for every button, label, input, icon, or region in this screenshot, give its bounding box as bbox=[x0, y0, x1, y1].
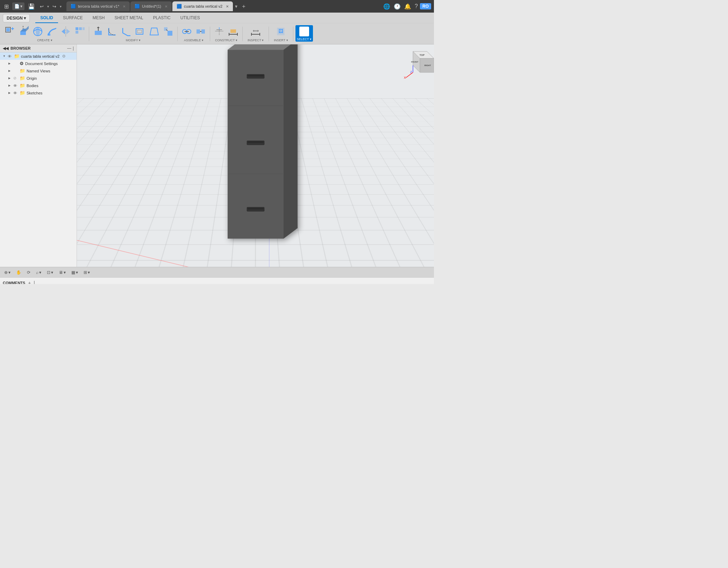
tab-utilities[interactable]: UTILITIES bbox=[176, 13, 205, 23]
tree-item-doc-settings[interactable]: ▶ 👁 ⚙ Document Settings bbox=[6, 60, 77, 67]
tab-overflow-button[interactable]: ▾ bbox=[235, 3, 237, 9]
pattern-tool[interactable] bbox=[73, 25, 87, 38]
browser-header: ◀◀ BROWSER — | bbox=[0, 44, 77, 52]
rigid-group-tool[interactable] bbox=[194, 25, 208, 38]
new-tab-button[interactable]: ＋ bbox=[240, 1, 248, 12]
construct-label[interactable]: CONSTRUCT ▾ bbox=[212, 38, 240, 43]
insert-tool[interactable]: 🖼 bbox=[274, 25, 288, 38]
effects-dropdown[interactable]: ▾ bbox=[76, 270, 78, 275]
tab-close-button[interactable]: ✕ bbox=[226, 5, 229, 8]
assemble-label[interactable]: ASSEMBLE ▾ bbox=[181, 38, 206, 43]
tab-plastic[interactable]: PLASTIC bbox=[148, 13, 176, 23]
create-label[interactable]: CREATE ▾ bbox=[34, 38, 55, 43]
tree-item-bodies[interactable]: ▶ 👁 📁 Bodies bbox=[6, 82, 77, 89]
globe-icon[interactable]: 🌐 bbox=[383, 3, 390, 10]
svg-text:🖼: 🖼 bbox=[278, 28, 283, 34]
undo-button[interactable]: ↩ bbox=[38, 2, 45, 10]
tree-label-sketches: Sketches bbox=[27, 91, 42, 95]
select-tool[interactable]: SELECT ▾ bbox=[295, 25, 313, 42]
tab-untitled[interactable]: 🟦 Untitled*(1) ✕ bbox=[130, 1, 172, 11]
user-avatar[interactable]: RO bbox=[420, 3, 431, 9]
grid-dropdown[interactable]: ▾ bbox=[88, 270, 90, 275]
tab-close-button[interactable]: ✕ bbox=[165, 5, 167, 8]
browser-collapse-button[interactable]: — bbox=[67, 46, 71, 51]
eye-icon[interactable]: 👁 bbox=[8, 54, 13, 58]
zoom-dropdown[interactable]: ▾ bbox=[39, 270, 41, 275]
extrude-tool[interactable] bbox=[17, 25, 31, 38]
tree-arrow[interactable]: ▶ bbox=[8, 91, 12, 94]
eye-icon[interactable]: 👁 bbox=[13, 84, 18, 88]
shell-tool[interactable] bbox=[133, 25, 147, 38]
insert-group: 🖼 INSERT ▾ bbox=[271, 25, 291, 43]
eye-slash-icon[interactable]: ⊘ bbox=[13, 76, 18, 80]
tab-sheet-metal[interactable]: SHEET METAL bbox=[109, 13, 148, 23]
tab-tercera[interactable]: 🟦 tercera tabla vertical v1* ✕ bbox=[66, 1, 130, 11]
revolve-tool[interactable] bbox=[31, 25, 45, 38]
move-tool-bottom[interactable]: ⊕ ▾ bbox=[3, 269, 12, 276]
inspect-tool[interactable]: ⟺ bbox=[249, 25, 263, 38]
tree-label-root: cuarta tabla vertical v2 bbox=[21, 54, 59, 58]
display-dropdown[interactable]: ▾ bbox=[64, 270, 66, 275]
construct-group: CONSTRUCT ▾ bbox=[212, 25, 240, 43]
tree-arrow[interactable]: ▶ bbox=[8, 69, 12, 72]
tree-arrow[interactable]: ▶ bbox=[8, 62, 12, 65]
tab-mesh[interactable]: MESH bbox=[88, 13, 110, 23]
pan-tool-bottom[interactable]: ✋ bbox=[15, 269, 23, 276]
tree-item-sketches[interactable]: ▶ 👁 📁 Sketches bbox=[6, 89, 77, 97]
file-menu-button[interactable]: 📄▾ bbox=[12, 2, 24, 10]
inspect-label[interactable]: INSPECT ▾ bbox=[245, 38, 266, 43]
measure-tool[interactable] bbox=[226, 25, 240, 38]
svg-rect-62 bbox=[248, 208, 264, 209]
help-icon[interactable]: ? bbox=[415, 3, 418, 9]
move-icon: ⊕ bbox=[4, 270, 8, 275]
chamfer-tool[interactable] bbox=[119, 25, 133, 38]
svg-point-10 bbox=[36, 27, 40, 36]
svg-marker-56 bbox=[284, 44, 298, 239]
svg-rect-23 bbox=[137, 30, 142, 33]
svg-marker-6 bbox=[26, 26, 29, 31]
scale-tool[interactable] bbox=[161, 25, 175, 38]
tree-arrow[interactable]: ▶ bbox=[8, 77, 12, 80]
viewport[interactable]: TOP FRONT RIGHT Z X bbox=[77, 44, 434, 267]
grid-icon[interactable]: ⊞ bbox=[3, 2, 10, 11]
tree-item-root[interactable]: ▼ 👁 📁 cuarta tabla vertical v2 ⊙ bbox=[0, 52, 77, 60]
tree-arrow[interactable]: ▼ bbox=[3, 55, 6, 58]
draft-tool[interactable] bbox=[147, 25, 161, 38]
redo-button[interactable]: ↪ bbox=[51, 2, 58, 10]
eye-icon[interactable]: 👁 bbox=[13, 91, 18, 95]
move-dropdown[interactable]: ▾ bbox=[8, 270, 10, 275]
design-dropdown[interactable]: DESIGN ▾ bbox=[3, 14, 30, 22]
save-button[interactable]: 💾 bbox=[27, 2, 36, 11]
insert-label[interactable]: INSERT ▾ bbox=[271, 38, 291, 43]
comments-add-button[interactable]: + bbox=[28, 280, 31, 284]
clock-icon[interactable]: 🕐 bbox=[394, 3, 401, 10]
divider bbox=[177, 27, 178, 41]
svg-marker-21 bbox=[97, 27, 100, 28]
display-tool-bottom[interactable]: 🖥 ▾ bbox=[57, 269, 67, 276]
orbit-tool-bottom[interactable]: ⟳ bbox=[26, 269, 32, 276]
grid-tool-bottom[interactable]: ⊞ ▾ bbox=[82, 269, 91, 276]
offset-plane-tool[interactable] bbox=[212, 25, 226, 38]
press-pull-tool[interactable] bbox=[91, 25, 105, 38]
modify-label[interactable]: MODIFY ▾ bbox=[123, 38, 143, 43]
tab-solid[interactable]: SOLID bbox=[35, 13, 58, 23]
zoom-tool-bottom[interactable]: ⌕ ▾ bbox=[35, 269, 43, 276]
tab-close-button[interactable]: ✕ bbox=[123, 5, 126, 8]
fit-dropdown[interactable]: ▾ bbox=[51, 270, 53, 275]
new-component-tool[interactable] bbox=[3, 25, 17, 38]
tab-cuarta[interactable]: 🟦 cuarta tabla vertical v2 ✕ bbox=[172, 1, 233, 11]
sweep-tool[interactable] bbox=[45, 25, 59, 38]
collapse-icon[interactable]: ◀◀ bbox=[3, 46, 8, 51]
tree-item-named-views[interactable]: ▶ 👁 📁 Named Views bbox=[6, 67, 77, 74]
fillet-tool[interactable] bbox=[105, 25, 119, 38]
joint-tool[interactable] bbox=[180, 25, 194, 38]
tab-surface[interactable]: SURFACE bbox=[58, 13, 88, 23]
effects-tool-bottom[interactable]: ▦ ▾ bbox=[70, 269, 79, 276]
mirror-tool[interactable] bbox=[59, 25, 73, 38]
modify-group: MODIFY ▾ bbox=[91, 25, 175, 43]
notification-icon[interactable]: 🔔 bbox=[404, 3, 411, 10]
tree-item-origin[interactable]: ▶ ⊘ 📁 Origin bbox=[6, 74, 77, 82]
view-cube[interactable]: TOP FRONT RIGHT Z X bbox=[402, 48, 430, 76]
fit-tool-bottom[interactable]: ⊡ ▾ bbox=[45, 269, 55, 276]
tree-arrow[interactable]: ▶ bbox=[8, 84, 12, 87]
